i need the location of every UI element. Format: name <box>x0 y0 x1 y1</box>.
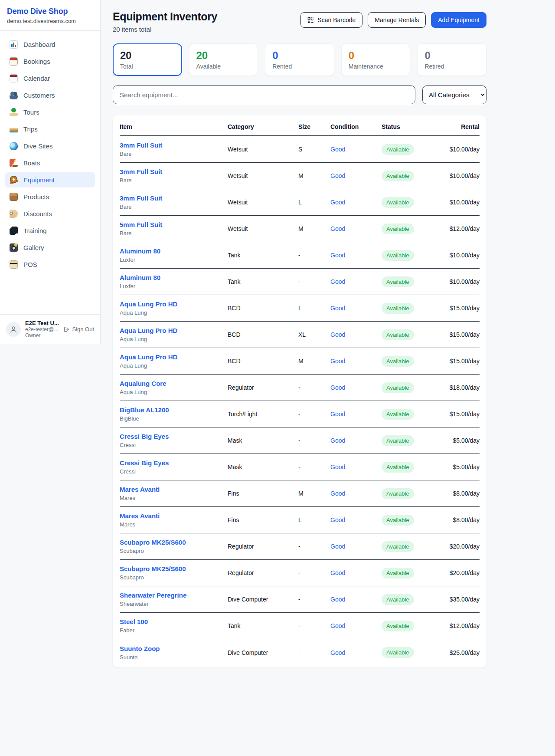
column-header-item[interactable]: Item <box>120 123 228 130</box>
scan-barcode-label: Scan Barcode <box>317 16 356 23</box>
size-cell: L <box>298 305 330 312</box>
category-cell: Mask <box>228 437 298 444</box>
sidebar-item-pos[interactable]: POS <box>5 257 95 272</box>
item-name-link[interactable]: Mares Avanti <box>120 512 228 519</box>
item-name-link[interactable]: Scubapro MK25/S600 <box>120 565 228 572</box>
sidebar-item-products[interactable]: Products <box>5 189 95 204</box>
add-equipment-button[interactable]: Add Equipment <box>431 12 486 28</box>
item-name-link[interactable]: Aqua Lung Pro HD <box>120 327 228 334</box>
condition-link[interactable]: Good <box>330 490 345 497</box>
sidebar-item-maintenance[interactable]: 0 Maintenance <box>341 43 411 76</box>
category-cell: Tank <box>228 622 298 629</box>
brand-name[interactable]: Demo Dive Shop <box>7 7 93 16</box>
condition-link[interactable]: Good <box>330 516 345 523</box>
item-name-link[interactable]: Scubapro MK25/S600 <box>120 539 228 546</box>
condition-link[interactable]: Good <box>330 437 345 444</box>
sidebar-item-calendar[interactable]: Calendar <box>5 71 95 86</box>
item-cell: Suunto Zoop Suunto <box>120 645 228 661</box>
manage-rentals-button[interactable]: Manage Rentals <box>368 12 426 28</box>
sidebar-item-discounts[interactable]: Discounts <box>5 206 95 221</box>
condition-link[interactable]: Good <box>330 649 345 656</box>
size-cell: M <box>298 358 330 365</box>
item-name-link[interactable]: Suunto Zoop <box>120 645 228 652</box>
table-row: Aluminum 80 Luxfer Tank - Good Available… <box>120 242 480 269</box>
sidebar-item-total[interactable]: 20 Total <box>113 43 182 76</box>
condition-link[interactable]: Good <box>330 199 345 206</box>
condition-link[interactable]: Good <box>330 358 345 365</box>
item-name-link[interactable]: Steel 100 <box>120 618 228 625</box>
item-cell: Shearwater Peregrine Shearwater <box>120 592 228 607</box>
condition-link[interactable]: Good <box>330 596 345 603</box>
item-cell: Cressi Big Eyes Cressi <box>120 459 228 475</box>
table-row: Shearwater Peregrine Shearwater Dive Com… <box>120 586 480 613</box>
condition-link[interactable]: Good <box>330 225 345 232</box>
speedboat-icon <box>10 125 18 133</box>
size-cell: - <box>298 384 330 391</box>
condition-link[interactable]: Good <box>330 411 345 417</box>
sidebar-item-label: Calendar <box>23 75 50 82</box>
item-name-link[interactable]: 3mm Full Suit <box>120 168 228 175</box>
item-cell: Aqua Lung Pro HD Aqua Lung <box>120 327 228 342</box>
condition-link[interactable]: Good <box>330 543 345 550</box>
item-name-link[interactable]: Aluminum 80 <box>120 247 228 255</box>
sidebar-item-available[interactable]: 20 Available <box>189 43 258 76</box>
item-name-link[interactable]: Aqualung Core <box>120 380 228 387</box>
condition-link[interactable]: Good <box>330 463 345 470</box>
scan-barcode-button[interactable]: Scan Barcode <box>300 12 362 28</box>
condition-link[interactable]: Good <box>330 146 345 153</box>
sidebar-item-equipment[interactable]: Equipment <box>5 172 95 187</box>
column-header-rental[interactable]: Rental <box>447 123 480 130</box>
category-cell: BCD <box>228 331 298 338</box>
item-name-link[interactable]: Aqua Lung Pro HD <box>120 353 228 361</box>
item-cell: BigBlue AL1200 BigBlue <box>120 406 228 422</box>
item-name-link[interactable]: Aqua Lung Pro HD <box>120 300 228 308</box>
sidebar-item-retired[interactable]: 0 Retired <box>417 43 486 76</box>
rental-price: $10.00/day <box>450 199 480 206</box>
condition-link[interactable]: Good <box>330 305 345 312</box>
sidebar-item-trips[interactable]: Trips <box>5 122 95 137</box>
sidebar-item-dive-sites[interactable]: Dive Sites <box>5 138 95 154</box>
dive-mask-icon <box>10 176 18 184</box>
condition-link[interactable]: Good <box>330 569 345 576</box>
rental-price: $15.00/day <box>450 358 480 365</box>
sidebar-item-customers[interactable]: Customers <box>5 88 95 103</box>
item-name-link[interactable]: 3mm Full Suit <box>120 141 228 149</box>
condition-link[interactable]: Good <box>330 622 345 629</box>
condition-link[interactable]: Good <box>330 384 345 391</box>
status-badge: Available <box>382 541 414 552</box>
condition-link[interactable]: Good <box>330 172 345 179</box>
condition-link[interactable]: Good <box>330 252 345 259</box>
status-badge: Available <box>382 144 414 155</box>
item-name-link[interactable]: Aluminum 80 <box>120 274 228 281</box>
item-name-link[interactable]: 3mm Full Suit <box>120 194 228 202</box>
column-header-status[interactable]: Status <box>382 123 447 130</box>
sidebar-item-tours[interactable]: Tours <box>5 105 95 120</box>
item-name-link[interactable]: Cressi Big Eyes <box>120 459 228 467</box>
sidebar-item-boats[interactable]: Boats <box>5 155 95 171</box>
condition-link[interactable]: Good <box>330 331 345 338</box>
sidebar-item-dashboard[interactable]: Dashboard <box>5 37 95 52</box>
item-cell: Aqualung Core Aqua Lung <box>120 380 228 395</box>
item-name-link[interactable]: BigBlue AL1200 <box>120 406 228 414</box>
table-row: 3mm Full Suit Bare Wetsuit M Good Availa… <box>120 163 480 189</box>
sidebar-item-gallery[interactable]: Gallery <box>5 240 95 255</box>
item-name-link[interactable]: Mares Avanti <box>120 486 228 493</box>
column-header-size[interactable]: Size <box>298 123 330 130</box>
condition-link[interactable]: Good <box>330 278 345 285</box>
item-name-link[interactable]: Shearwater Peregrine <box>120 592 228 599</box>
sidebar-item-rented[interactable]: 0 Rented <box>265 43 334 76</box>
column-header-condition[interactable]: Condition <box>330 123 382 130</box>
sign-out-button[interactable]: Sign Out <box>63 326 94 332</box>
item-cell: Steel 100 Faber <box>120 618 228 634</box>
sidebar-item-bookings[interactable]: Bookings <box>5 54 95 69</box>
rental-price: $10.00/day <box>450 252 480 259</box>
item-brand: Faber <box>120 627 228 634</box>
search-input[interactable] <box>113 85 415 104</box>
sidebar-item-training[interactable]: Training <box>5 223 95 238</box>
column-header-category[interactable]: Category <box>228 123 298 130</box>
status-badge: Available <box>382 647 414 658</box>
category-select[interactable]: All Categories <box>422 85 486 104</box>
rental-price: $15.00/day <box>450 331 480 338</box>
item-name-link[interactable]: Cressi Big Eyes <box>120 433 228 440</box>
item-name-link[interactable]: 5mm Full Suit <box>120 221 228 228</box>
